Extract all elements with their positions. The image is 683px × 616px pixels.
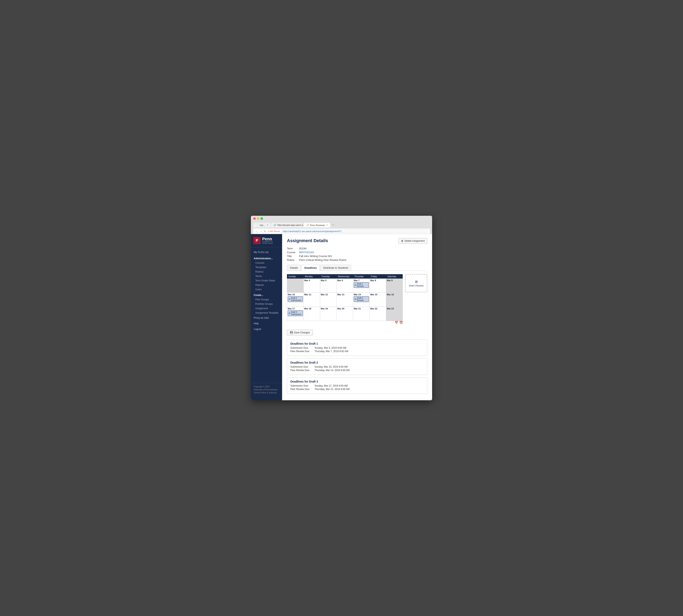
sidebar-item-terms[interactable]: Terms — [251, 274, 282, 279]
review-value-2: Thursday, Mar 14, 2019 9:00 AM — [315, 369, 349, 372]
calendar-view-icon[interactable]: 📆 — [399, 321, 403, 324]
cal-cell-mar4[interactable]: Mar 4 — [304, 279, 320, 293]
rubric-value: Penn Critical Writing Peer Review Rubric — [299, 259, 346, 262]
deadline-row-review-1: Peer Review Due: Thursday, Mar 7, 2019 9… — [290, 350, 424, 353]
cal-cell-mar22[interactable]: Mar 22 — [370, 307, 386, 321]
cal-cell-mar6[interactable]: Mar 6 — [337, 279, 353, 293]
cal-cell-mar12[interactable]: Mar 12 — [320, 293, 337, 307]
sidebar-item-users[interactable]: Users — [251, 287, 282, 292]
tab-close-1[interactable]: ✕ — [267, 224, 268, 226]
trash-icon: 🗑 — [401, 240, 404, 242]
review-value-3: Thursday, Mar 21, 2019 9:00 AM — [315, 388, 349, 391]
cal-cell-mar5[interactable]: Mar 5 — [320, 279, 337, 293]
assignment-meta: Term 2019A Course WRIT001001 Title Fall … — [287, 247, 427, 262]
day-number: Mar 13 — [337, 293, 352, 296]
day-number: Mar 20 — [337, 307, 352, 310]
course-value[interactable]: WRIT001001 — [299, 251, 315, 254]
cal-event-draft2-submission[interactable]: ⊞ Draft 2 Submission — [288, 296, 303, 302]
submission-label-3: Submission Due: — [290, 384, 315, 387]
event-icon: ⊞ — [289, 312, 290, 314]
tab-details[interactable]: Details — [287, 265, 301, 271]
day-number: Mar 15 — [370, 293, 385, 296]
calendar-actions: 📅 📆 — [287, 321, 403, 324]
browser-tab-1[interactable]: 📄 Hel… ✕ — [253, 223, 271, 227]
cal-event-draft1-review[interactable]: ⊞ Draft 1 Review — [354, 282, 369, 288]
course-label: Course — [287, 251, 299, 254]
url-bar[interactable]: https://andrewjs01.sas.upenn.edu/sso/cw/… — [281, 229, 428, 233]
tab-close-3[interactable]: ✕ — [326, 224, 328, 226]
day-number: Mar 17 — [288, 307, 303, 310]
tab-deadlines[interactable]: Deadlines — [301, 265, 320, 271]
deadline-row-submission-1: Submission Due: Sunday, Mar 3, 2019 9:00… — [290, 347, 424, 349]
cal-cell-mar17[interactable]: Mar 17 ⊞ Draft 3 Submission — [287, 307, 304, 321]
browser-tab-2[interactable]: 🔗 https://grouper.apps.upenn.ec… ✕ — [271, 223, 303, 227]
tab-label-1: Hel… — [260, 224, 266, 226]
cal-cell-mar13[interactable]: Mar 13 — [337, 293, 353, 307]
sidebar-item-rubrics[interactable]: Rubrics — [251, 269, 282, 274]
forward-button[interactable]: → — [259, 230, 262, 233]
event-label: Draft 2 Review — [357, 297, 368, 301]
footer-line3: School of Arts & Sciences — [254, 391, 279, 394]
calendar-grid: Sunday Monday Tuesday Wednesday Thursday… — [287, 274, 403, 321]
deadline-card-draft1: Deadlines for Draft 1 Submission Due: Su… — [287, 339, 427, 356]
title-value: Fall intro Writing Course 001 — [299, 255, 332, 258]
sidebar-item-assignment[interactable]: Assignment — [251, 306, 282, 311]
cal-cell-mar18[interactable]: Mar 18 — [304, 307, 320, 321]
sidebar-item-templates[interactable]: Templates — [251, 265, 282, 269]
sidebar-item-my-todo-list[interactable]: My To-Do List — [251, 249, 282, 255]
browser-tabs: 📄 Hel… ✕ 🔗 https://grouper.apps.upenn.ec… — [253, 222, 430, 227]
review-value-1: Thursday, Mar 7, 2019 9:00 AM — [315, 350, 348, 353]
reload-button[interactable]: ↻ — [264, 230, 266, 233]
sidebar-item-assignment-template[interactable]: Assignment Template — [251, 311, 282, 315]
close-button[interactable] — [253, 217, 256, 220]
draft3-review-card[interactable]: ⊞ Draft 3 Review — [405, 274, 427, 292]
new-tab-button[interactable]: + — [331, 222, 336, 227]
warning-icon: ⚠ — [268, 230, 269, 233]
sidebar-item-reports[interactable]: Reports — [251, 283, 282, 287]
main-content: Assignment Details 🗑 Delete Assignment T… — [282, 234, 432, 400]
delete-assignment-button[interactable]: 🗑 Delete Assignment — [399, 238, 427, 244]
sidebar-item-help[interactable]: Help — [251, 321, 282, 326]
cal-cell-mar8[interactable]: Mar 8 — [370, 279, 386, 293]
tab-icon-2: 🔗 — [273, 224, 276, 226]
meta-row-term: Term 2019A — [287, 247, 427, 250]
back-button[interactable]: ← — [255, 230, 258, 233]
rubric-label: Rubric — [287, 259, 299, 262]
cal-cell-mar7[interactable]: Mar 7 ⊞ Draft 1 Review — [353, 279, 370, 293]
sidebar-item-term-grade-sheet[interactable]: Term Grade Sheet — [251, 279, 282, 283]
calendar-area: Sunday Monday Tuesday Wednesday Thursday… — [287, 274, 427, 327]
sidebar-item-peer-groups[interactable]: Peer Groups — [251, 297, 282, 302]
cal-cell-mar21[interactable]: Mar 21 — [353, 307, 370, 321]
cal-cell-mar19[interactable]: Mar 19 — [320, 307, 337, 321]
maximize-button[interactable] — [260, 217, 263, 220]
save-changes-button[interactable]: 💾 Save Changes — [287, 330, 313, 335]
title-label: Title — [287, 255, 299, 258]
col-wednesday: Wednesday — [337, 274, 353, 279]
sidebar-nav: My To-Do List Administration... Courses … — [251, 247, 282, 383]
tab-distribute[interactable]: Distribute to Students — [320, 265, 351, 271]
cal-cell-mar20[interactable]: Mar 20 — [337, 307, 353, 321]
cal-cell-mar15[interactable]: Mar 15 — [370, 293, 386, 307]
minimize-button[interactable] — [257, 217, 259, 220]
delete-button-label: Delete Assignment — [405, 240, 425, 242]
cal-cell-mar11[interactable]: Mar 11 — [304, 293, 320, 307]
cal-cell-mar10[interactable]: Mar 10 ⊞ Draft 2 Submission — [287, 293, 304, 307]
cal-event-draft2-review[interactable]: ⊞ Draft 2 Review — [354, 296, 369, 302]
col-friday: Friday — [370, 274, 386, 279]
cal-cell-mar14[interactable]: Mar 14 ⊞ Draft 2 Review — [353, 293, 370, 307]
browser-addressbar: ← → ↻ ⚠ Not Secure https://andrewjs01.sa… — [253, 229, 430, 234]
submission-value-3: Sunday, Mar 17, 2019 9:00 AM — [315, 384, 348, 387]
sidebar-item-proxy-as-user[interactable]: Proxy as User — [251, 315, 282, 321]
calendar-add-icon[interactable]: 📅 — [395, 321, 398, 324]
browser-tab-3[interactable]: 📝 Penn Reviewer ✕ — [304, 223, 331, 227]
sidebar-item-logout[interactable]: Logout — [251, 326, 282, 332]
col-saturday: Saturday — [386, 274, 403, 279]
day-number: Mar 23 — [387, 307, 402, 310]
sidebar-item-courses[interactable]: Courses — [251, 261, 282, 265]
deadline-row-submission-3: Submission Due: Sunday, Mar 17, 2019 9:0… — [290, 384, 424, 387]
col-monday: Monday — [304, 274, 320, 279]
penn-name: Penn — [262, 237, 273, 241]
cal-event-draft3-submission[interactable]: ⊞ Draft 3 Submission — [288, 310, 303, 316]
sidebar-item-portfolio-groups[interactable]: Portfolio Groups — [251, 302, 282, 306]
event-label: Draft 1 Review — [357, 283, 368, 287]
